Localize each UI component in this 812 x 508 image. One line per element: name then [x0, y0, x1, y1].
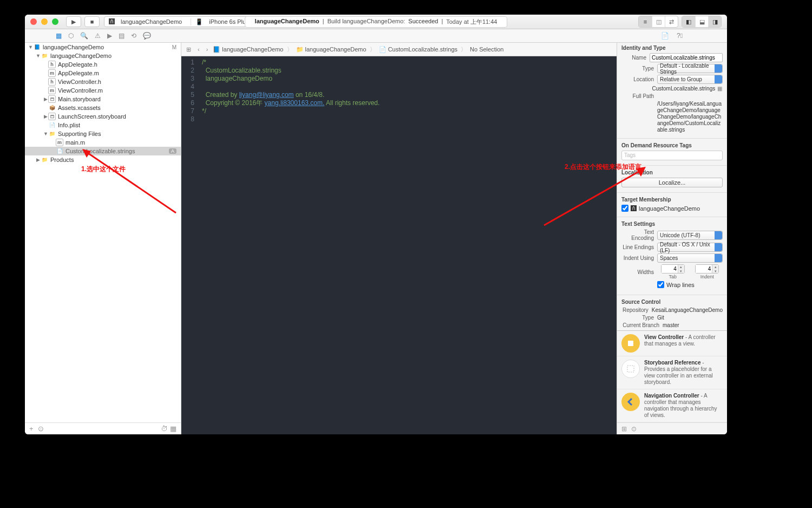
nav-row[interactable]: 📄Info.plist — [25, 121, 181, 129]
traffic-lights — [30, 18, 58, 25]
zoom-icon[interactable] — [52, 18, 58, 25]
target-checkbox[interactable] — [621, 205, 628, 212]
localization-section: Localization Localize... — [617, 167, 727, 191]
xcode-window: ▶ ■ 🅰 languageChangeDemo 📱 iPhone 6s Plu… — [25, 15, 727, 434]
localize-button[interactable]: Localize... — [621, 178, 723, 187]
editor-area: ⊞ ‹ › 📘 languageChangeDemo〉 📁 languageCh… — [181, 43, 617, 434]
nav-row[interactable]: ▶🗔Main.storyboard — [25, 95, 181, 103]
library-item[interactable]: View Controller - A controller that mana… — [617, 331, 727, 356]
add-icon: + — [29, 425, 34, 433]
nav-row[interactable]: mViewController.m — [25, 86, 181, 95]
search-icon: 🔍 — [80, 32, 88, 40]
nav-row[interactable]: ▼📁languageChangeDemo — [25, 51, 181, 60]
target-membership-section: Target Membership 🅰 languageChangeDemo — [617, 194, 727, 215]
wrap-checkbox[interactable] — [657, 281, 664, 288]
tab-width[interactable] — [662, 265, 678, 273]
folder-chooser-icon[interactable]: ▦ — [716, 86, 723, 92]
svg-rect-1 — [627, 366, 634, 372]
filter-icon: ⊙ — [38, 425, 44, 433]
nav-row[interactable]: ▼📘languageChangeDemoM — [25, 43, 181, 51]
identity-section: Identity and Type Name TypeDefault - Loc… — [617, 43, 727, 136]
inspector-selector[interactable]: 📄?⃝ — [617, 29, 727, 42]
nav-row[interactable]: hAppDelegate.h — [25, 60, 181, 69]
scheme-target: languageChangeDemo — [116, 18, 186, 25]
nav-row[interactable]: 📦Assets.xcassets — [25, 103, 181, 112]
nav-row[interactable]: hViewController.h — [25, 77, 181, 86]
library-filter-bar[interactable]: ⊞⊙ — [617, 422, 727, 434]
encoding-select[interactable]: Unicode (UTF-8) — [657, 231, 723, 240]
indent-width[interactable] — [696, 265, 712, 273]
navigator-filter-bar[interactable]: +⊙ ⏱▦ — [25, 422, 181, 434]
run-button[interactable]: ▶ — [66, 16, 81, 27]
nav-row[interactable]: ▶🗔LaunchScreen.storyboard — [25, 112, 181, 121]
file-inspector-icon: 📄 — [661, 32, 669, 40]
related-icon: ⊞ — [185, 46, 193, 53]
library-item[interactable]: Navigation Controller - A controller tha… — [617, 389, 727, 422]
line-endings-select[interactable]: Default - OS X / Unix (LF) — [657, 243, 723, 252]
back-icon: ‹ — [196, 46, 201, 53]
source-control-section: Source Control RepositoryKesaiLanguageCh… — [617, 297, 727, 330]
object-library: View Controller - A controller that mana… — [617, 330, 727, 422]
project-navigator: ▼📘languageChangeDemoM▼📁languageChangeDem… — [25, 43, 181, 434]
close-icon[interactable] — [30, 18, 37, 25]
project-nav-icon: ▦ — [56, 32, 62, 40]
panel-toggle-segmented[interactable]: ◧⬓◨ — [682, 16, 722, 28]
stop-button[interactable]: ■ — [84, 16, 100, 27]
type-select[interactable]: Default - Localizable Strings — [657, 64, 723, 73]
line-gutter: 12345678 — [181, 56, 198, 434]
titlebar: ▶ ■ 🅰 languageChangeDemo 📱 iPhone 6s Plu… — [25, 15, 727, 29]
help-inspector-icon: ?⃝ — [677, 32, 683, 40]
navigator-selector[interactable]: ▦⬡🔍⚠▶▤⟲💬 — [25, 29, 181, 42]
activity-view: languageChangeDemo| Build languageChange… — [245, 16, 508, 28]
editor-mode-segmented[interactable]: ≡◫⇄ — [638, 16, 678, 28]
toolbar-tabs: ▦⬡🔍⚠▶▤⟲💬 📄?⃝ — [25, 29, 727, 43]
name-field[interactable] — [650, 53, 723, 62]
jump-bar[interactable]: ⊞ ‹ › 📘 languageChangeDemo〉 📁 languageCh… — [181, 43, 617, 56]
nav-row[interactable]: 📄CustomLocalizable.stringsA — [25, 147, 181, 155]
minimize-icon[interactable] — [41, 18, 48, 25]
nav-row[interactable]: ▶📁Products — [25, 155, 181, 164]
odr-section: On Demand Resource Tags Tags — [617, 140, 727, 164]
tags-field[interactable]: Tags — [621, 151, 723, 160]
text-settings-section: Text Settings Text EncodingUnicode (UTF-… — [617, 219, 727, 293]
indent-using-select[interactable]: Spaces — [657, 253, 723, 263]
nav-row[interactable]: mmain.m — [25, 138, 181, 147]
svg-rect-0 — [628, 341, 633, 346]
forward-icon: › — [205, 46, 210, 53]
library-item[interactable]: Storyboard Reference - Provides a placeh… — [617, 356, 727, 389]
location-select[interactable]: Relative to Group — [657, 75, 723, 84]
nav-row[interactable]: ▼📁Supporting Files — [25, 129, 181, 138]
source-editor[interactable]: 12345678 /* CustomLocalizable.strings la… — [181, 56, 617, 434]
nav-row[interactable]: mAppDelegate.m — [25, 69, 181, 77]
scheme-selector[interactable]: 🅰 languageChangeDemo 📱 iPhone 6s Plus — [104, 16, 258, 27]
inspector-panel: Identity and Type Name TypeDefault - Loc… — [617, 43, 727, 434]
